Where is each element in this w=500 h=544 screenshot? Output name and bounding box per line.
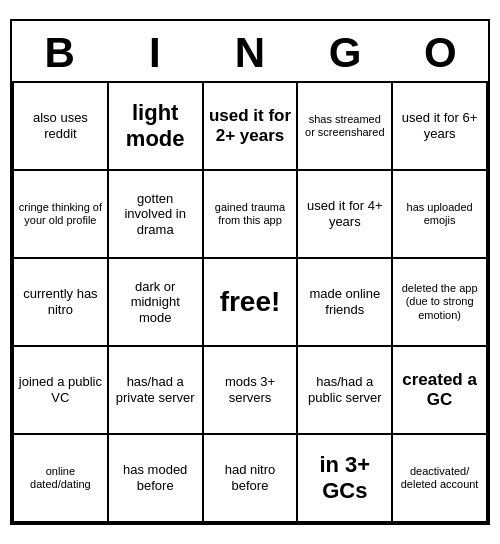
header-letter-g: G [299, 29, 391, 77]
bingo-cell-7: gained trauma from this app [204, 171, 299, 259]
header-letter-b: B [14, 29, 106, 77]
bingo-cell-18: has/had a public server [298, 347, 393, 435]
bingo-header: BINGO [12, 21, 488, 81]
bingo-cell-15: joined a public VC [14, 347, 109, 435]
bingo-cell-21: has moded before [109, 435, 204, 523]
bingo-cell-19: created a GC [393, 347, 488, 435]
bingo-cell-13: made online friends [298, 259, 393, 347]
bingo-grid: also uses redditlight modeused it for 2+… [12, 81, 488, 523]
bingo-cell-20: online dated/dating [14, 435, 109, 523]
bingo-cell-0: also uses reddit [14, 83, 109, 171]
bingo-cell-24: deactivated/ deleted account [393, 435, 488, 523]
bingo-cell-22: had nitro before [204, 435, 299, 523]
bingo-cell-6: gotten involved in drama [109, 171, 204, 259]
bingo-cell-17: mods 3+ servers [204, 347, 299, 435]
bingo-cell-12: free! [204, 259, 299, 347]
bingo-cell-2: used it for 2+ years [204, 83, 299, 171]
bingo-cell-11: dark or midnight mode [109, 259, 204, 347]
bingo-cell-8: used it for 4+ years [298, 171, 393, 259]
bingo-cell-23: in 3+ GCs [298, 435, 393, 523]
bingo-cell-10: currently has nitro [14, 259, 109, 347]
header-letter-n: N [204, 29, 296, 77]
bingo-card: BINGO also uses redditlight modeused it … [10, 19, 490, 525]
header-letter-o: O [394, 29, 486, 77]
bingo-cell-3: shas streamed or screenshared [298, 83, 393, 171]
bingo-cell-5: cringe thinking of your old profile [14, 171, 109, 259]
bingo-cell-9: has uploaded emojis [393, 171, 488, 259]
bingo-cell-14: deleted the app (due to strong emotion) [393, 259, 488, 347]
bingo-cell-4: used it for 6+ years [393, 83, 488, 171]
bingo-cell-16: has/had a private server [109, 347, 204, 435]
header-letter-i: I [109, 29, 201, 77]
bingo-cell-1: light mode [109, 83, 204, 171]
